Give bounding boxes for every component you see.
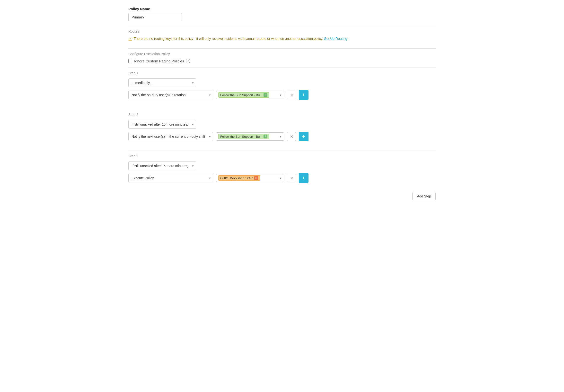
step-3-block: Step 3 Immediately... If still unacked a… [128, 154, 436, 188]
step-1-add-icon: + [302, 92, 305, 98]
routes-label: Routes [128, 29, 436, 33]
step-3-tag-container[interactable]: GHIG_Workshop : 24/7 E [216, 174, 284, 182]
help-icon[interactable]: ? [186, 59, 190, 63]
step-1-timing-row: Immediately... If still unacked after 5 … [128, 79, 436, 87]
step-1-content: Immediately... If still unacked after 5 … [128, 75, 436, 105]
step-1-notify-wrapper: Notify the on-duty user(s) in rotation N… [128, 91, 213, 99]
step-2-notify-wrapper: Notify the on-duty user(s) in rotation N… [128, 132, 213, 141]
ignore-paging-checkbox[interactable] [128, 59, 132, 63]
step-2-remove-icon: ✕ [290, 134, 293, 139]
step-2-add-button[interactable]: + [299, 132, 309, 141]
warning-text: There are no routing keys for this polic… [134, 37, 347, 41]
step-3-notify-select[interactable]: Notify the on-duty user(s) in rotation N… [128, 174, 213, 182]
step-3-remove-icon: ✕ [290, 176, 293, 180]
step1-divider [128, 68, 436, 68]
step-3-add-icon: + [302, 175, 305, 181]
step-3-tag-text: GHIG_Workshop : 24/7 [220, 176, 253, 180]
step-3-add-button[interactable]: + [299, 173, 309, 183]
step-2-tag-pill: Follow the Sun Support - Bu... R [218, 134, 269, 139]
step-3-notify-wrapper: Notify the on-duty user(s) in rotation N… [128, 174, 213, 182]
ignore-paging-label: Ignore Custom Paging Policies [134, 59, 184, 63]
step-3-content: Immediately... If still unacked after 5 … [128, 158, 436, 188]
step-3-remove-button[interactable]: ✕ [287, 174, 296, 182]
step-3-label: Step 3 [128, 154, 436, 158]
policy-name-section: Policy Name [128, 7, 436, 21]
step-3-tag-badge: E [254, 176, 258, 180]
routing-warning: ⚠ There are no routing keys for this pol… [128, 36, 436, 44]
policy-name-input[interactable] [128, 13, 182, 21]
step-1-notify-select[interactable]: Notify the on-duty user(s) in rotation N… [128, 91, 213, 99]
step-2-tag-badge: R [264, 135, 268, 138]
step3-divider [128, 150, 436, 151]
step-1-block: Step 1 Immediately... If still unacked a… [128, 71, 436, 105]
steps-container: Step 1 Immediately... If still unacked a… [128, 68, 436, 188]
configure-section: Configure Escalation Policy Ignore Custo… [128, 52, 436, 63]
step-2-notify-row: Notify the on-duty user(s) in rotation N… [128, 132, 436, 141]
step-1-timing-select[interactable]: Immediately... If still unacked after 5 … [128, 79, 196, 87]
step-1-label: Step 1 [128, 71, 436, 75]
step-1-remove-icon: ✕ [290, 93, 293, 97]
step-3-timing-row: Immediately... If still unacked after 5 … [128, 162, 436, 170]
step-2-add-icon: + [302, 133, 305, 140]
routes-divider [128, 26, 436, 26]
step2-divider [128, 109, 436, 109]
step-1-remove-button[interactable]: ✕ [287, 91, 296, 99]
configure-label: Configure Escalation Policy [128, 52, 436, 56]
page-container: Policy Name Routes ⚠ There are no routin… [122, 0, 442, 200]
step-1-tag-text: Follow the Sun Support - Bu... [220, 93, 262, 97]
warning-icon: ⚠ [128, 37, 132, 41]
step-2-timing-wrapper: Immediately... If still unacked after 5 … [128, 120, 196, 129]
step-1-tag-pill: Follow the Sun Support - Bu... R [218, 92, 269, 98]
step-1-tag-container[interactable]: Follow the Sun Support - Bu... R [216, 91, 284, 99]
step-2-content: Immediately... If still unacked after 5 … [128, 117, 436, 146]
step-1-add-button[interactable]: + [299, 90, 309, 100]
step-2-notify-select[interactable]: Notify the on-duty user(s) in rotation N… [128, 132, 213, 141]
step-1-timing-wrapper: Immediately... If still unacked after 5 … [128, 79, 196, 87]
add-step-button[interactable]: Add Step [412, 192, 436, 200]
configure-divider [128, 48, 436, 49]
step-2-timing-row: Immediately... If still unacked after 5 … [128, 120, 436, 129]
step-2-remove-button[interactable]: ✕ [287, 132, 296, 141]
step-1-notify-row: Notify the on-duty user(s) in rotation N… [128, 90, 436, 100]
step-2-tag-text: Follow the Sun Support - Bu... [220, 135, 262, 138]
step-3-timing-wrapper: Immediately... If still unacked after 5 … [128, 162, 196, 170]
step-3-notify-row: Notify the on-duty user(s) in rotation N… [128, 173, 436, 183]
step-1-tag-badge: R [264, 93, 268, 97]
step-2-timing-select[interactable]: Immediately... If still unacked after 5 … [128, 120, 196, 129]
step-2-label: Step 2 [128, 113, 436, 117]
ignore-paging-row: Ignore Custom Paging Policies ? [128, 59, 436, 63]
step-3-tag-pill: GHIG_Workshop : 24/7 E [218, 175, 260, 181]
policy-name-label: Policy Name [128, 7, 436, 11]
step-2-block: Step 2 Immediately... If still unacked a… [128, 113, 436, 146]
setup-routing-link[interactable]: Set Up Routing [324, 37, 347, 41]
step-3-timing-select[interactable]: Immediately... If still unacked after 5 … [128, 162, 196, 170]
step-2-tag-container[interactable]: Follow the Sun Support - Bu... R [216, 132, 284, 141]
